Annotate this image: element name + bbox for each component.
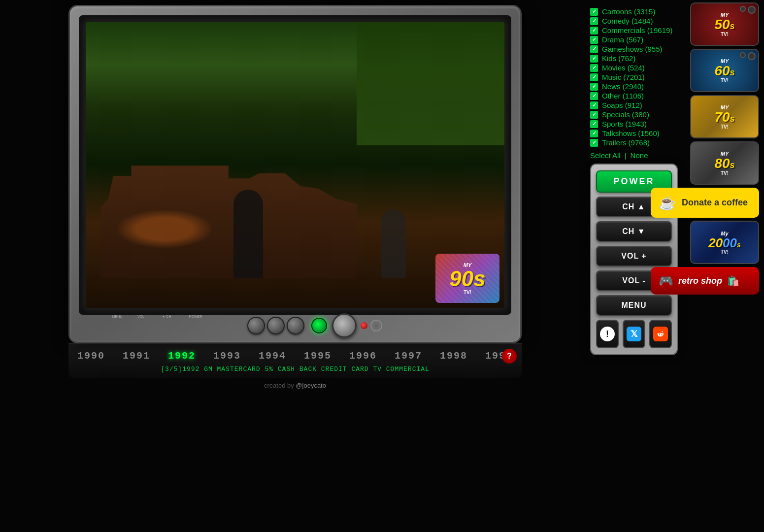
person-silhouette: [233, 190, 263, 278]
category-item-trailers[interactable]: ✓Trailers (9768): [590, 138, 678, 147]
knob-vol[interactable]: [267, 317, 285, 334]
category-item-sports[interactable]: ✓Sports (1943): [590, 120, 678, 128]
checkmark-cartoons: ✓: [592, 8, 597, 15]
trees-background: [357, 22, 504, 145]
tv-controls-bar: MENU VOL - ▼ CH POWER: [70, 313, 520, 338]
checkbox-news[interactable]: ✓: [590, 83, 598, 91]
category-item-movies[interactable]: ✓Movies (524): [590, 64, 678, 72]
category-label-music: Music (7201): [602, 73, 645, 81]
category-item-other[interactable]: ✓Other (1106): [590, 92, 678, 100]
checkbox-trailers[interactable]: ✓: [590, 139, 598, 147]
checkbox-other[interactable]: ✓: [590, 92, 598, 100]
label-vol: VOL -: [134, 315, 150, 318]
checkmark-comedy: ✓: [592, 18, 597, 24]
year-1993[interactable]: 1993: [204, 348, 250, 364]
help-button[interactable]: ?: [502, 349, 517, 364]
checkbox-kids[interactable]: ✓: [590, 55, 598, 63]
credits-author[interactable]: @joeycato: [296, 382, 326, 389]
channel-logo: MY 90s TV!: [435, 254, 499, 303]
year-1998[interactable]: 1998: [431, 348, 476, 364]
tv-80s[interactable]: MY 80s TV!: [690, 141, 759, 185]
checkmark-soaps: ✓: [592, 102, 597, 108]
year-1991[interactable]: 1991: [114, 348, 159, 364]
checkbox-commercials[interactable]: ✓: [590, 27, 598, 34]
category-item-cartoons[interactable]: ✓Cartoons (3315): [590, 7, 678, 16]
checkbox-cartoons[interactable]: ✓: [590, 8, 598, 16]
checkmark-movies: ✓: [592, 65, 597, 71]
checkmark-sports: ✓: [592, 121, 597, 127]
twitter-button[interactable]: 𝕏: [623, 320, 645, 348]
donate-label: Donate a coffee: [682, 198, 748, 208]
reddit-button[interactable]: [649, 320, 672, 348]
red-indicator: [361, 322, 367, 329]
checkbox-comedy[interactable]: ✓: [590, 17, 598, 25]
label-power: POWER: [183, 315, 208, 318]
truck-cargo: [115, 209, 214, 249]
left-column: 🎅 AHHHFS.COM MY 90s TV! MENU: [0, 0, 590, 532]
tv-70s[interactable]: MY 70s TV!: [690, 95, 759, 138]
knob-ch[interactable]: [287, 317, 304, 334]
category-item-commercials[interactable]: ✓Commercials (19619): [590, 26, 678, 34]
ch-down-button[interactable]: CH ▼: [596, 221, 672, 242]
category-item-music[interactable]: ✓Music (7201): [590, 73, 678, 81]
checkbox-sports[interactable]: ✓: [590, 120, 598, 128]
category-item-comedy[interactable]: ✓Comedy (1484): [590, 17, 678, 25]
retro-shop-button[interactable]: 🎮 retro shop 🛍️: [651, 267, 759, 295]
remote-icon-row: ! 𝕏: [596, 320, 672, 348]
category-label-trailers: Trailers (9768): [602, 138, 650, 147]
checkbox-specials[interactable]: ✓: [590, 111, 598, 119]
info-button[interactable]: !: [596, 320, 619, 348]
category-item-gameshows[interactable]: ✓Gameshows (955): [590, 45, 678, 53]
category-label-news: News (2940): [602, 82, 644, 91]
category-item-soaps[interactable]: ✓Soaps (912): [590, 101, 678, 109]
menu-button[interactable]: MENU: [596, 295, 672, 316]
checkbox-drama[interactable]: ✓: [590, 36, 598, 44]
tv-screen-bezel: 🎅 AHHHFS.COM MY 90s TV!: [79, 15, 511, 315]
category-label-other: Other (1106): [602, 92, 644, 100]
checkmark-kids: ✓: [592, 55, 597, 62]
select-none-link[interactable]: None: [631, 151, 648, 160]
main-knob[interactable]: [332, 313, 357, 338]
year-1996[interactable]: 1996: [340, 348, 386, 364]
year-1990[interactable]: 1990: [68, 348, 114, 364]
center-panel: ✓Cartoons (3315)✓Comedy (1484)✓Commercia…: [590, 0, 680, 532]
category-item-drama[interactable]: ✓Drama (567): [590, 35, 678, 44]
checkmark-specials: ✓: [592, 111, 597, 118]
checkbox-soaps[interactable]: ✓: [590, 101, 598, 109]
knob-menu[interactable]: [247, 317, 265, 334]
year-1995[interactable]: 1995: [295, 348, 340, 364]
vol-up-button[interactable]: VOL +: [596, 246, 672, 266]
label-menu: MENU: [109, 315, 125, 318]
tv-screen: 🎅 AHHHFS.COM MY 90s TV!: [86, 22, 504, 308]
donate-button[interactable]: ☕ Donate a coffee: [651, 188, 759, 218]
checkmark-music: ✓: [592, 74, 597, 80]
checkbox-music[interactable]: ✓: [590, 73, 598, 81]
tv-50s[interactable]: MY 50s TV!: [690, 2, 759, 46]
checkbox-gameshows[interactable]: ✓: [590, 45, 598, 53]
year-1994[interactable]: 1994: [250, 348, 295, 364]
category-item-specials[interactable]: ✓Specials (380): [590, 110, 678, 119]
checkmark-drama: ✓: [592, 36, 597, 43]
tv-60s[interactable]: MY 60s TV!: [690, 49, 759, 92]
checkmark-talkshows: ✓: [592, 130, 597, 136]
category-item-news[interactable]: ✓News (2940): [590, 82, 678, 91]
category-item-kids[interactable]: ✓Kids (762): [590, 54, 678, 63]
year-1997[interactable]: 1997: [386, 348, 431, 364]
select-divider: |: [625, 151, 627, 160]
year-row: 1990 1991 1992 1993 1994 1995 1996 1997 …: [68, 348, 522, 364]
category-label-gameshows: Gameshows (955): [602, 45, 663, 53]
tv-2000s[interactable]: My 2000s TV!: [690, 221, 759, 264]
category-label-specials: Specials (380): [602, 110, 649, 119]
credits: created by @joeycato: [264, 378, 326, 393]
year-1992[interactable]: 1992: [159, 348, 204, 364]
now-playing: [3/5]1992 GM MASTERCARD 5% CASH BACK CRE…: [68, 364, 522, 376]
category-label-comedy: Comedy (1484): [602, 17, 653, 25]
tv-set: 🎅 AHHHFS.COM MY 90s TV! MENU: [68, 5, 522, 343]
checkbox-talkshows[interactable]: ✓: [590, 130, 598, 137]
category-item-talkshows[interactable]: ✓Talkshows (1560): [590, 129, 678, 137]
checkbox-movies[interactable]: ✓: [590, 64, 598, 72]
right-column: MY 50s TV! MY 60s TV! MY 70s TV!: [680, 0, 764, 532]
select-all-link[interactable]: Select All: [590, 151, 621, 160]
page-wrapper: 🎅 AHHHFS.COM MY 90s TV! MENU: [0, 0, 764, 532]
category-label-soaps: Soaps (912): [602, 101, 642, 109]
